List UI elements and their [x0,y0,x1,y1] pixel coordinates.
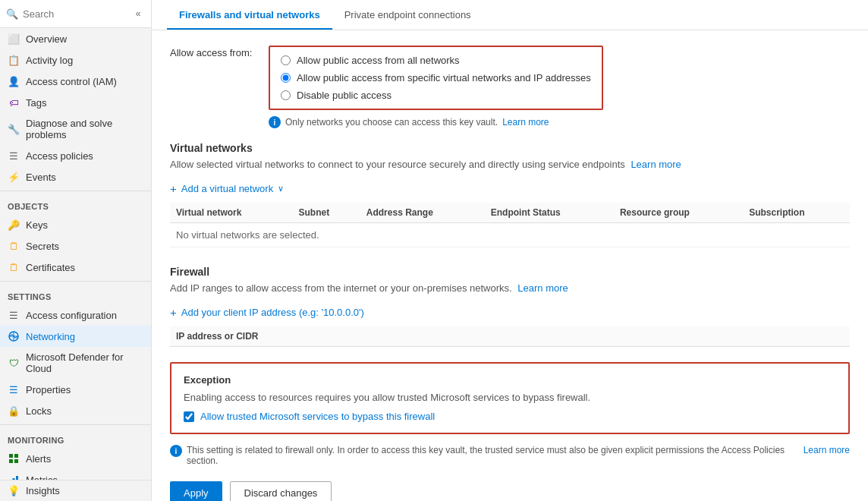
networking-icon [8,330,20,342]
apply-button[interactable]: Apply [170,481,222,501]
sidebar-item-ms-defender[interactable]: 🛡 Microsoft Defender for Cloud [0,347,151,379]
bottom-info-icon: i [170,445,182,457]
radio-all-networks[interactable]: Allow public access from all networks [281,55,591,66]
radio-specific-networks[interactable]: Allow public access from specific virtua… [281,72,591,84]
add-ip-plus-icon: + [170,306,177,319]
sidebar-footer-insights[interactable]: 💡 Insights [0,480,151,501]
sidebar-item-label: Activity log [26,55,73,66]
radio-disable-input[interactable] [281,90,291,100]
bottom-learn-more-link[interactable]: Learn more [804,445,850,455]
sidebar-item-label: Secrets [26,241,59,252]
sidebar-nav: ⬜ Overview 📋 Activity log 👤 Access contr… [0,28,151,480]
virtual-networks-title: Virtual networks [170,142,850,154]
sidebar-item-label: Networking [26,331,75,342]
secrets-icon: 🗒 [8,240,20,252]
section-objects: Objects [0,194,151,214]
sidebar-item-label: Microsoft Defender for Cloud [26,351,143,374]
sidebar-item-activity-log[interactable]: 📋 Activity log [0,49,151,71]
sidebar-item-access-policies[interactable]: ☰ Access policies [0,145,151,166]
sidebar-footer-label: Insights [26,485,60,496]
col-resource-group: Resource group [614,203,743,223]
exception-checkbox-row[interactable]: Allow trusted Microsoft services to bypa… [184,411,836,422]
insights-icon: 💡 [8,485,20,496]
sidebar-item-alerts[interactable]: Alerts [0,448,151,469]
add-virtual-network-button[interactable]: + Add a virtual network ∨ [170,179,284,198]
add-ip-button[interactable]: + Add your client IP address (e.g: '10.0… [170,303,364,322]
keys-icon: 🔑 [8,219,20,231]
metrics-icon [8,474,20,480]
radio-disable[interactable]: Disable public access [281,90,591,101]
chevron-down-icon: ∨ [278,184,284,194]
overview-icon: ⬜ [8,33,20,45]
alerts-icon [8,452,20,465]
sidebar-item-label: Tags [26,97,46,109]
col-address-range: Address Range [360,203,485,223]
exception-title: Exception [184,374,836,386]
sidebar-item-metrics[interactable]: Metrics [0,469,151,480]
tab-strip: Firewalls and virtual networks Private e… [152,0,868,30]
sidebar-item-access-configuration[interactable]: ☰ Access configuration [0,304,151,326]
sidebar-item-access-control[interactable]: 👤 Access control (IAM) [0,71,151,92]
sidebar-item-label: Keys [26,219,48,231]
sidebar-item-events[interactable]: ⚡ Events [0,166,151,187]
sidebar-item-label: Metrics [26,474,58,481]
info-learn-more-link[interactable]: Learn more [502,117,549,128]
bottom-info-text: This setting is related to firewall only… [187,445,799,466]
col-endpoint-status: Endpoint Status [485,203,614,223]
activity-log-icon: 📋 [8,54,20,66]
sidebar-item-label: Diagnose and solve problems [26,118,143,140]
sidebar-item-overview[interactable]: ⬜ Overview [0,28,151,49]
tab-firewalls[interactable]: Firewalls and virtual networks [167,0,332,30]
firewall-learn-more[interactable]: Learn more [517,282,568,294]
action-buttons: Apply Discard changes [170,481,850,501]
virtual-networks-desc: Allow selected virtual networks to conne… [170,159,850,170]
sidebar-item-certificates[interactable]: 🗒 Certificates [0,257,151,278]
tab-private-endpoint[interactable]: Private endpoint connections [332,0,483,30]
sidebar-item-keys[interactable]: 🔑 Keys [0,214,151,235]
virtual-networks-learn-more[interactable]: Learn more [631,159,681,170]
sidebar-item-diagnose[interactable]: 🔧 Diagnose and solve problems [0,113,151,145]
svg-rect-4 [14,454,18,458]
access-policies-icon: ☰ [8,150,20,162]
exception-checkbox-label: Allow trusted Microsoft services to bypa… [200,411,435,422]
table-row-empty: No virtual networks are selected. [170,223,850,247]
allow-access-section: Allow access from: Allow public access f… [170,46,850,110]
search-input[interactable] [23,8,127,20]
sidebar-item-networking[interactable]: Networking [0,326,151,347]
firewall-section: Firewall Add IP ranges to allow access f… [170,266,850,347]
info-icon: i [269,116,281,128]
main-content: Firewalls and virtual networks Private e… [152,0,868,501]
collapse-button[interactable]: « [131,5,145,23]
col-ip-address: IP address or CIDR [170,326,850,347]
radio-specific-networks-input[interactable] [281,73,291,83]
radio-specific-networks-label: Allow public access from specific virtua… [297,72,591,84]
col-subscription: Subscription [743,203,850,223]
ip-table: IP address or CIDR [170,326,850,347]
sidebar-item-secrets[interactable]: 🗒 Secrets [0,235,151,257]
sidebar-item-tags[interactable]: 🏷 Tags [0,92,151,113]
add-vnet-plus-icon: + [170,182,177,195]
radio-group-box: Allow public access from all networks Al… [269,46,603,110]
svg-rect-6 [14,459,18,463]
diagnose-icon: 🔧 [8,123,20,135]
certificates-icon: 🗒 [8,261,20,273]
col-virtual-network: Virtual network [170,203,292,223]
sidebar-item-locks[interactable]: 🔒 Locks [0,400,151,421]
properties-icon: ☰ [8,383,20,395]
radio-all-networks-input[interactable] [281,55,291,65]
firewall-title: Firewall [170,266,850,278]
discard-button[interactable]: Discard changes [230,481,332,501]
tags-icon: 🏷 [8,96,20,109]
sidebar-item-properties[interactable]: ☰ Properties [0,379,151,400]
search-icon: 🔍 [6,8,18,20]
allow-access-label: Allow access from: [170,46,253,110]
sidebar-item-label: Locks [26,405,52,417]
exception-checkbox[interactable] [184,411,194,422]
section-settings: Settings [0,285,151,304]
info-row: i Only networks you choose can access th… [269,116,850,128]
virtual-networks-section: Virtual networks Allow selected virtual … [170,142,850,247]
info-text: Only networks you choose can access this… [285,117,498,128]
no-items-message: No virtual networks are selected. [170,223,850,247]
locks-icon: 🔒 [8,405,20,417]
search-box: 🔍 « [0,0,151,28]
